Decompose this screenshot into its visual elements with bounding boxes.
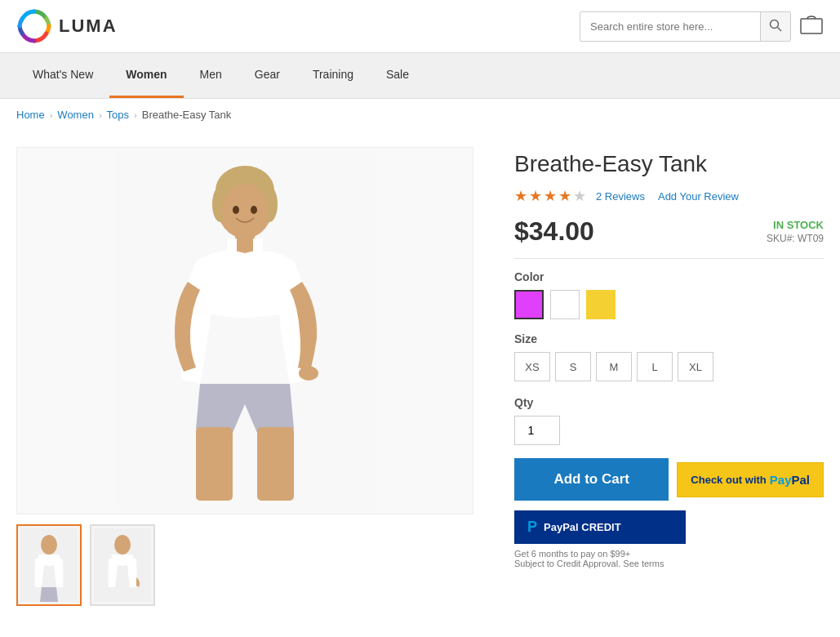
logo-text: LUMA [59, 16, 118, 37]
main-content: › [0, 131, 840, 622]
thumb-2-image [94, 528, 151, 602]
paypal-checkout-text: Check out with [691, 474, 766, 486]
svg-rect-13 [196, 427, 233, 501]
nav-item-gear[interactable]: Gear [238, 53, 296, 98]
product-price: $34.00 [514, 216, 594, 247]
paypal-credit-section: P PayPal CREDIT Get 6 months to pay on $… [514, 510, 824, 568]
nav-item-women[interactable]: Women [109, 53, 183, 98]
divider-1 [514, 258, 824, 259]
header-right [580, 11, 824, 42]
cart-icon [799, 12, 824, 35]
breadcrumb-current: Breathe-Easy Tank [142, 109, 232, 121]
product-detail: Breathe-Easy Tank ★★★★★ 2 Reviews Add Yo… [514, 147, 824, 606]
search-input[interactable] [580, 14, 760, 39]
nav-item-training[interactable]: Training [296, 53, 370, 98]
svg-point-9 [222, 184, 268, 236]
paypal-credit-button[interactable]: P PayPal CREDIT [514, 510, 686, 544]
stock-status: IN STOCK [767, 219, 824, 231]
sku: SKU#: WT09 [767, 233, 824, 244]
qty-label: Qty [514, 396, 824, 409]
svg-rect-12 [253, 238, 263, 279]
nav-item-whats-new[interactable]: What's New [16, 53, 109, 98]
add-review-link[interactable]: Add Your Review [658, 190, 739, 203]
paypal-credit-label: PayPal CREDIT [544, 521, 621, 533]
product-title: Breathe-Easy Tank [514, 151, 824, 177]
thumbnail-1[interactable] [16, 524, 82, 606]
search-icon [769, 19, 782, 32]
stock-info: IN STOCK SKU#: WT09 [767, 219, 824, 244]
color-swatch-yellow[interactable] [586, 290, 616, 319]
svg-point-15 [299, 366, 318, 381]
svg-point-17 [251, 206, 257, 214]
svg-point-22 [114, 535, 131, 555]
product-image-svg [114, 151, 376, 510]
size-l[interactable]: L [637, 352, 673, 381]
rating-row: ★★★★★ 2 Reviews Add Your Review [514, 187, 824, 205]
search-bar [580, 11, 791, 42]
luma-logo-icon [16, 8, 52, 44]
sku-value: WT09 [798, 233, 824, 244]
main-nav: What's New Women Men Gear Training Sale [0, 53, 840, 99]
paypal-checkout-brand: PayPal [770, 473, 810, 487]
color-label: Color [514, 270, 824, 283]
add-to-cart-button[interactable]: Add to Cart [514, 458, 669, 501]
breadcrumb-tops[interactable]: Tops [107, 109, 129, 121]
thumbnail-2[interactable] [90, 524, 155, 606]
star-empty: ★ [573, 188, 588, 204]
color-swatch-white[interactable] [550, 290, 580, 319]
size-xl[interactable]: XL [678, 352, 713, 381]
svg-rect-14 [257, 427, 294, 501]
color-swatch-purple[interactable] [514, 290, 544, 319]
breadcrumb-home[interactable]: Home [16, 109, 45, 121]
breadcrumb-sep-3: › [134, 110, 137, 120]
paypal-checkout-button[interactable]: Check out with PayPal [677, 462, 824, 497]
size-s[interactable]: S [555, 352, 591, 381]
star-rating: ★★★★★ [514, 187, 588, 205]
paypal-credit-p-icon: P [527, 519, 537, 536]
price-row: $34.00 IN STOCK SKU#: WT09 [514, 216, 824, 247]
reviews-link[interactable]: 2 Reviews [596, 190, 645, 203]
breadcrumb-women[interactable]: Women [57, 109, 94, 121]
size-xs[interactable]: XS [514, 352, 550, 381]
search-button[interactable] [760, 12, 790, 41]
main-product-image: › [16, 147, 473, 514]
product-images: › [16, 147, 490, 606]
sku-label: SKU#: [767, 233, 795, 244]
nav-item-men[interactable]: Men [184, 53, 238, 98]
svg-rect-3 [801, 19, 822, 33]
svg-rect-11 [227, 238, 237, 279]
action-row: Add to Cart Check out with PayPal [514, 458, 824, 501]
size-options: XS S M L XL [514, 352, 824, 381]
svg-point-19 [41, 535, 57, 555]
svg-line-2 [778, 27, 782, 31]
breadcrumb: Home › Women › Tops › Breathe-Easy Tank [0, 99, 840, 131]
size-label: Size [514, 332, 824, 345]
header: LUMA [0, 0, 840, 53]
nav-item-sale[interactable]: Sale [370, 53, 425, 98]
thumbnails [16, 524, 490, 606]
size-m[interactable]: M [596, 352, 632, 381]
svg-point-16 [233, 206, 239, 214]
cart-button[interactable] [799, 12, 824, 40]
qty-input[interactable] [514, 416, 560, 445]
svg-point-1 [771, 20, 779, 28]
paypal-offer-text: Get 6 months to pay on $99+ Subject to C… [514, 549, 824, 568]
logo: LUMA [16, 8, 118, 44]
color-options [514, 290, 824, 319]
breadcrumb-sep-2: › [99, 110, 102, 120]
thumb-1-image [20, 528, 78, 602]
breadcrumb-sep-1: › [50, 110, 53, 120]
